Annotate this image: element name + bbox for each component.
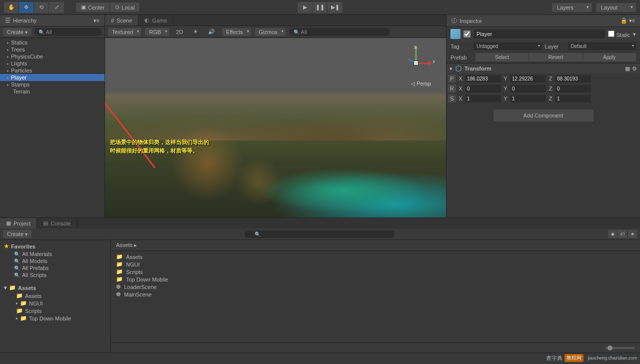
folder-scripts[interactable]: 📁Scripts	[0, 307, 110, 314]
rotation-label[interactable]: R	[448, 84, 456, 92]
pivot-local-button[interactable]: ⊙Local	[110, 2, 140, 12]
chevron-down-icon: ▾	[4, 284, 7, 291]
tab-console[interactable]: ▤Console	[37, 218, 77, 228]
project-breadcrumb[interactable]: Assets ▸	[111, 240, 640, 251]
fav-all-materials[interactable]: 🔍All Materials	[0, 250, 110, 258]
rotation-z-input[interactable]	[555, 85, 591, 92]
asset-scene-main[interactable]: ⬢MainScene	[111, 290, 640, 298]
tab-game[interactable]: ◐Game	[138, 15, 174, 26]
move-tool[interactable]: ✥	[19, 2, 34, 13]
gear-icon[interactable]: ⚙	[632, 66, 637, 72]
hierarchy-item-trees[interactable]: Trees	[0, 46, 104, 53]
expand-icon[interactable]: ▾	[450, 66, 452, 72]
inspector-options[interactable]: 🔒 ▾≡	[620, 18, 635, 24]
scene-search-input[interactable]: 🔍 All	[290, 28, 390, 36]
hierarchy-item-physicscube[interactable]: PhysicsCube	[0, 53, 104, 60]
fav-all-scripts[interactable]: 🔍All Scripts	[0, 272, 110, 278]
asset-folder-ngui[interactable]: 📁NGUI	[111, 260, 640, 268]
project-search-input[interactable]: 🔍	[244, 230, 394, 238]
layer-dropdown[interactable]: Default	[568, 42, 636, 50]
hand-tool[interactable]: ✋	[4, 2, 19, 13]
scale-label[interactable]: S	[448, 94, 456, 102]
tab-project[interactable]: ▦Project	[0, 218, 37, 228]
help-icon[interactable]: ▦	[625, 66, 630, 72]
prefab-select-button[interactable]: Select	[476, 53, 528, 62]
gameobject-icon[interactable]	[450, 29, 460, 39]
inspector-tab[interactable]: ⓘ Inspector 🔒 ▾≡	[446, 15, 640, 27]
hierarchy-item-stamps[interactable]: Stamps	[0, 81, 104, 88]
gizmos-dropdown[interactable]: Gizmos	[255, 28, 286, 36]
transform-component-header[interactable]: ▾ Transform ▦ ⚙	[446, 63, 640, 74]
rotate-tool[interactable]: ⟲	[34, 2, 49, 13]
asset-folder-assets[interactable]: 📁Assets	[111, 253, 640, 260]
gameobject-name-input[interactable]	[474, 30, 605, 38]
scale-tool[interactable]: ⤢	[49, 2, 64, 13]
gizmo-y-label: y	[414, 44, 416, 49]
main-toolbar: ✋ ✥ ⟲ ⤢ ▣Center ⊙Local ▶ ❚❚ ▶❚ Layers La…	[0, 0, 640, 15]
search-icon: 🔍	[14, 266, 20, 271]
fav-all-models[interactable]: 🔍All Models	[0, 258, 110, 264]
gizmo-x-label: x	[433, 59, 436, 64]
audio-toggle[interactable]: 🔊	[205, 28, 218, 36]
position-z-input[interactable]	[555, 75, 591, 82]
position-x-input[interactable]	[465, 75, 501, 82]
play-button[interactable]: ▶	[298, 2, 312, 13]
save-search-icon[interactable]: ★	[628, 230, 637, 238]
folder-topdownmobile[interactable]: ▸📁Top Down Mobile	[0, 314, 110, 322]
prefab-revert-button[interactable]: Revert	[529, 53, 582, 62]
filter-by-label-icon[interactable]: 🏷	[618, 230, 627, 238]
rotation-x-input[interactable]	[465, 85, 501, 92]
layers-dropdown[interactable]: Layers	[552, 3, 592, 12]
scale-y-input[interactable]	[510, 95, 546, 102]
fav-all-prefabs[interactable]: 🔍All Prefabs	[0, 264, 110, 272]
effects-dropdown[interactable]: Effects	[222, 28, 250, 36]
hierarchy-tab[interactable]: ☰ Hierarchy ▾≡	[0, 15, 104, 26]
search-icon: 🔍	[14, 252, 20, 257]
hierarchy-create-button[interactable]: Create ▾	[3, 28, 32, 36]
folder-ngui[interactable]: ▸📁NGUI	[0, 300, 110, 307]
assets-root[interactable]: ▾📁Assets	[0, 284, 110, 292]
lock-icon[interactable]: 🔒	[620, 18, 628, 24]
lighting-toggle[interactable]: ☀	[190, 28, 201, 36]
slider-thumb[interactable]	[608, 346, 612, 350]
pause-button[interactable]: ❚❚	[312, 2, 328, 13]
gizmo-y-axis[interactable]	[416, 48, 416, 60]
panel-options-icon[interactable]: ▾≡	[94, 18, 100, 24]
static-checkbox[interactable]	[608, 30, 614, 37]
asset-folder-topdownmobile[interactable]: 📁Top Down Mobile	[111, 276, 640, 283]
hierarchy-search-input[interactable]: 🔍 All	[34, 28, 102, 36]
perspective-label[interactable]: ◁ Persp	[411, 80, 431, 86]
pivot-center-button[interactable]: ▣Center	[76, 2, 110, 12]
position-y-input[interactable]	[510, 75, 546, 82]
static-dropdown-icon[interactable]: ▾	[633, 31, 636, 38]
scene-viewport[interactable]: y x ◁ Persp 把场景中的物体归类，这样当我们导出的 时候能很好的重用网…	[105, 38, 446, 218]
tab-scene[interactable]: #Scene	[105, 15, 138, 26]
tag-dropdown[interactable]: Untagged	[474, 42, 542, 50]
hierarchy-item-player[interactable]: Player	[0, 74, 104, 81]
shading-dropdown[interactable]: Textured	[108, 28, 141, 36]
scene-gizmo[interactable]: y x	[401, 48, 431, 78]
step-button[interactable]: ▶❚	[328, 2, 342, 13]
asset-folder-scripts[interactable]: 📁Scripts	[111, 268, 640, 276]
rotation-y-input[interactable]	[510, 85, 546, 92]
hierarchy-item-lights[interactable]: LIights	[0, 60, 104, 67]
scale-x-input[interactable]	[465, 95, 501, 102]
position-label[interactable]: P	[448, 74, 456, 82]
gizmo-center[interactable]	[414, 60, 418, 66]
render-dropdown[interactable]: RGB	[145, 28, 169, 36]
favorites-header[interactable]: ★Favorites	[0, 242, 110, 250]
prefab-apply-button[interactable]: Apply	[583, 53, 636, 62]
hierarchy-item-terrain[interactable]: Terrain	[0, 88, 104, 95]
add-component-button[interactable]: Add Component	[494, 110, 594, 122]
hierarchy-item-particles[interactable]: Particles	[0, 67, 104, 74]
folder-assets[interactable]: 📁Assets	[0, 292, 110, 300]
2d-toggle[interactable]: 2D	[173, 28, 186, 36]
project-create-button[interactable]: Create ▾	[3, 230, 32, 238]
scale-z-input[interactable]	[555, 95, 591, 102]
active-checkbox[interactable]	[464, 30, 470, 38]
zoom-slider[interactable]	[605, 347, 635, 349]
layout-dropdown[interactable]: Layout	[596, 3, 636, 12]
asset-scene-loader[interactable]: ⬢LoaderScene	[111, 283, 640, 290]
hierarchy-item-statics[interactable]: Statics	[0, 39, 104, 46]
filter-by-type-icon[interactable]: ◆	[608, 230, 617, 238]
